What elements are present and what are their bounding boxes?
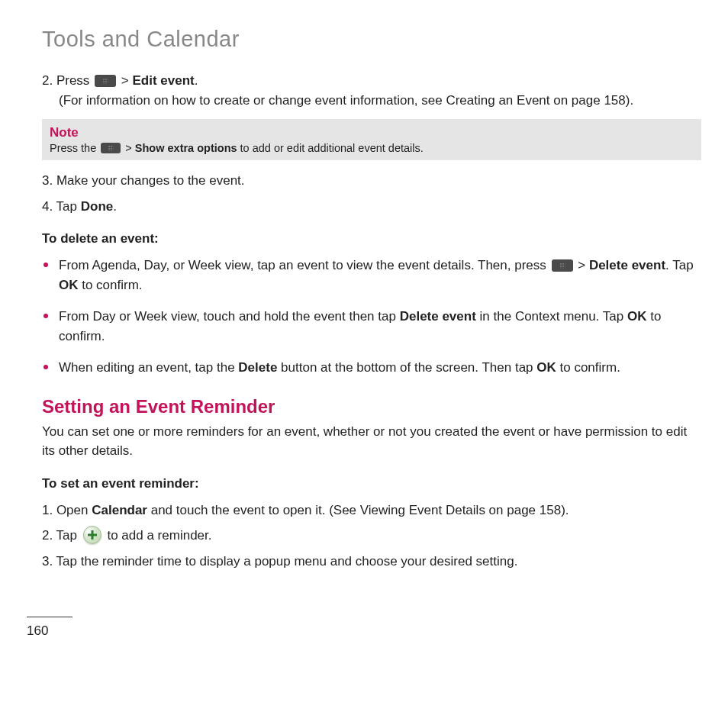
list-item: When editing an event, tap the Delete bu… <box>42 358 701 378</box>
note-text: Press the > Show extra options to add or… <box>50 142 694 154</box>
bullet-text-fragment: to confirm. <box>556 360 620 375</box>
step-text: . <box>113 199 117 214</box>
bullet-text-fragment: From Day or Week view, touch and hold th… <box>59 309 400 324</box>
delete-event-label: Delete event <box>400 309 476 324</box>
edit-event-label: Edit event <box>132 73 194 88</box>
note-text-fragment: to add or edit additional event details. <box>237 142 424 154</box>
page-footer-rule <box>27 617 72 623</box>
ok-label: OK <box>59 278 79 292</box>
ok-label: OK <box>627 309 647 324</box>
reminder-step-1: 1. Open Calendar and touch the event to … <box>42 501 701 520</box>
bullet-text-fragment: From Agenda, Day, or Week view, tap an e… <box>59 258 550 272</box>
reminder-heading: To set an event reminder: <box>42 476 701 491</box>
reminder-step-3: 3. Tap the reminder time to display a po… <box>42 552 701 572</box>
step-text: 2. Press <box>42 73 93 88</box>
delete-event-heading: To delete an event: <box>42 231 701 246</box>
page-number: 160 <box>27 623 701 639</box>
add-reminder-icon <box>83 526 101 544</box>
reminder-step-2: 2. Tap to add a reminder. <box>42 526 701 546</box>
bullet-text-fragment: When editing an event, tap the <box>59 360 238 375</box>
menu-key-icon <box>101 143 121 153</box>
step-text: . <box>195 73 198 88</box>
ok-label: OK <box>536 360 556 375</box>
note-text-fragment: Press the <box>50 142 99 154</box>
bullet-text-fragment: . Tap <box>665 258 694 272</box>
bullet-icon <box>43 314 48 318</box>
step-text: 4. Tap <box>42 199 81 214</box>
done-label: Done <box>81 199 114 214</box>
bullet-text-fragment: to confirm. <box>79 278 143 292</box>
list-item: From Day or Week view, touch and hold th… <box>42 307 701 346</box>
step-2: 2. Press > Edit event. (For information … <box>42 71 701 110</box>
note-box: Note Press the > Show extra options to a… <box>42 119 701 160</box>
bullet-icon <box>43 365 48 369</box>
step-text: (For information on how to create or cha… <box>59 91 701 111</box>
section-heading: Setting an Event Reminder <box>42 396 701 417</box>
note-text-fragment: > <box>122 142 135 154</box>
intro-text: You can set one or more reminders for an… <box>42 422 701 461</box>
menu-key-icon <box>95 75 116 87</box>
delete-label: Delete <box>238 360 277 375</box>
step-4: 4. Tap Done. <box>42 197 701 217</box>
step-3: 3. Make your changes to the event. <box>42 171 701 191</box>
list-item: From Agenda, Day, or Week view, tap an e… <box>42 256 701 295</box>
bullet-text-fragment: > <box>575 258 589 272</box>
bullet-text-fragment: button at the bottom of the screen. Then… <box>277 360 536 375</box>
bullet-icon <box>43 263 48 267</box>
step-text: > <box>118 73 132 88</box>
delete-event-label: Delete event <box>589 258 665 272</box>
chapter-title: Tools and Calendar <box>42 27 701 52</box>
step-text: 1. Open <box>42 503 92 517</box>
show-extra-options-label: Show extra options <box>135 142 237 154</box>
note-label: Note <box>50 125 694 140</box>
bullet-text-fragment: in the Context menu. Tap <box>476 309 627 324</box>
step-text: and touch the event to open it. (See Vie… <box>147 503 569 517</box>
step-text: to add a reminder. <box>104 528 212 543</box>
calendar-label: Calendar <box>92 503 147 517</box>
step-text: 2. Tap <box>42 528 81 543</box>
menu-key-icon <box>552 259 573 272</box>
